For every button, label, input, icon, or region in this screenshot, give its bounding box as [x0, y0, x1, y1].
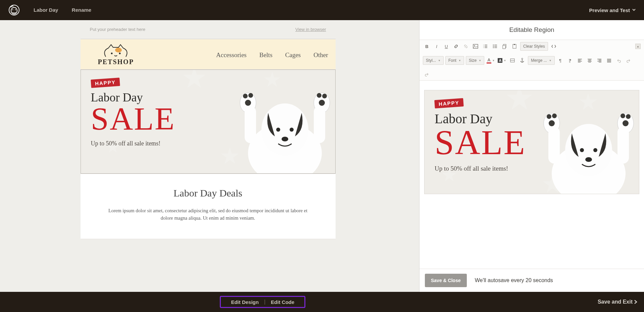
- rename-link[interactable]: Rename: [72, 7, 91, 13]
- save-close-button[interactable]: Save & Close: [425, 274, 467, 287]
- text-color-button[interactable]: A▼: [486, 56, 495, 64]
- numbered-list-button[interactable]: [481, 42, 489, 50]
- nav-cages[interactable]: Cages: [285, 51, 301, 59]
- svg-point-38: [593, 148, 597, 152]
- edit-code-button[interactable]: Edit Code: [265, 299, 300, 305]
- bold-button[interactable]: B: [423, 42, 431, 50]
- align-justify-button[interactable]: [605, 56, 613, 64]
- svg-rect-21: [314, 106, 325, 143]
- svg-point-15: [245, 100, 251, 106]
- edit-design-button[interactable]: Edit Design: [226, 299, 264, 305]
- svg-point-36: [565, 124, 612, 176]
- svg-rect-30: [514, 44, 515, 45]
- svg-point-18: [322, 94, 327, 98]
- svg-rect-28: [503, 45, 505, 49]
- banner-inner: HAPPY Labor Day SALE Up to 50% off all s…: [425, 90, 639, 194]
- workspace: Put your preheader text here View in bro…: [0, 20, 644, 292]
- svg-point-19: [319, 100, 325, 106]
- section-heading[interactable]: Labor Day Deals: [81, 174, 336, 207]
- preheader-bar: Put your preheader text here View in bro…: [81, 20, 336, 39]
- svg-point-45: [621, 114, 625, 118]
- svg-point-47: [623, 120, 629, 126]
- svg-point-33: [522, 58, 523, 59]
- campaign-name-link[interactable]: Labor Day: [34, 7, 58, 13]
- nav-other[interactable]: Other: [313, 51, 328, 59]
- editor-pane: Editable Region B I U Clear Styles ▲ Sty…: [419, 20, 644, 292]
- brand-logo: PETSHOP: [98, 44, 134, 66]
- svg-rect-49: [617, 127, 629, 164]
- chevron-down-icon: [632, 7, 636, 13]
- svg-point-3: [15, 9, 16, 10]
- svg-point-37: [580, 148, 584, 152]
- nav-accessories[interactable]: Accessories: [216, 51, 247, 59]
- autosave-text: We'll autosave every 20 seconds: [475, 277, 553, 283]
- hero-banner[interactable]: HAPPY Labor Day SALE Up to 50% off all s…: [81, 70, 336, 174]
- align-right-button[interactable]: [595, 56, 603, 64]
- svg-point-11: [282, 137, 288, 141]
- svg-point-9: [276, 128, 280, 132]
- view-in-browser-link[interactable]: View in browser: [295, 27, 326, 32]
- chevron-right-icon: [634, 300, 637, 304]
- editor-banner-preview[interactable]: HAPPY Labor Day SALE Up to 50% off all s…: [424, 90, 639, 194]
- ribbon-happy: HAPPY: [91, 78, 120, 88]
- editor-body[interactable]: HAPPY Labor Day SALE Up to 50% off all s…: [419, 81, 644, 269]
- save-bar: Save & Close We'll autosave every 20 sec…: [419, 269, 644, 292]
- unlink-button: [462, 42, 470, 50]
- nav-belts[interactable]: Belts: [259, 51, 273, 59]
- toolbar-collapse-icon[interactable]: ▲: [635, 44, 641, 49]
- size-dropdown[interactable]: Size▼: [466, 56, 484, 65]
- bottom-bar: Edit Design | Edit Code Save and Exit: [0, 292, 644, 312]
- svg-point-4: [111, 53, 113, 54]
- font-dropdown[interactable]: Font▼: [445, 56, 464, 65]
- top-bar: Labor Day Rename Preview and Test: [0, 0, 644, 20]
- redo-button[interactable]: [625, 56, 633, 64]
- merge-tags-dropdown[interactable]: Merge ...▼: [528, 56, 554, 65]
- bg-color-button[interactable]: A▼: [497, 56, 507, 64]
- align-center-button[interactable]: [586, 56, 594, 64]
- email-canvas: PETSHOP Accessories Belts Cages Other: [81, 39, 336, 253]
- underline-button[interactable]: U: [442, 42, 450, 50]
- svg-point-43: [549, 120, 555, 126]
- hero-inner: HAPPY Labor Day SALE Up to 50% off all s…: [81, 70, 335, 173]
- svg-rect-22: [473, 44, 478, 48]
- cat-icon: [99, 44, 133, 57]
- paste-button[interactable]: [510, 42, 518, 50]
- svg-point-46: [626, 114, 631, 119]
- preheader-placeholder[interactable]: Put your preheader text here: [90, 27, 146, 32]
- undo-button[interactable]: [615, 56, 623, 64]
- svg-rect-20: [245, 106, 256, 143]
- svg-point-26: [493, 47, 494, 48]
- editor-toolbar: B I U Clear Styles ▲ Styl...▼ Font▼ Size…: [419, 40, 644, 81]
- preview-scroll[interactable]: Put your preheader text here View in bro…: [5, 20, 411, 292]
- preview-pane: Put your preheader text here View in bro…: [0, 20, 419, 292]
- preview-test-link[interactable]: Preview and Test: [589, 7, 630, 13]
- align-left-button[interactable]: [576, 56, 584, 64]
- styles-dropdown[interactable]: Styl...▼: [423, 56, 444, 65]
- content-wrap: Put your preheader text here View in bro…: [81, 20, 336, 253]
- image-button[interactable]: [472, 42, 480, 50]
- link-button[interactable]: [452, 42, 460, 50]
- source-code-button[interactable]: [550, 42, 558, 50]
- section-text[interactable]: Lorem ipsum dolor sit amet, consectetur …: [81, 207, 336, 239]
- ltr-button[interactable]: ¶: [556, 56, 564, 64]
- dog-image: [535, 103, 639, 194]
- redo-button-2[interactable]: [423, 70, 431, 78]
- ribbon-happy: HAPPY: [434, 98, 463, 108]
- rtl-button[interactable]: ¶: [566, 56, 574, 64]
- svg-point-6: [115, 48, 122, 52]
- italic-button[interactable]: I: [433, 42, 441, 50]
- clear-styles-button[interactable]: Clear Styles: [520, 42, 548, 51]
- bullet-list-button[interactable]: [491, 42, 499, 50]
- mailchimp-logo[interactable]: [8, 4, 20, 16]
- topbar-right-links: Preview and Test: [589, 7, 636, 13]
- save-exit-button[interactable]: Save and Exit: [598, 299, 637, 305]
- svg-point-5: [119, 53, 121, 54]
- anchor-button[interactable]: [518, 56, 526, 64]
- topbar-left-links: Labor Day Rename: [34, 7, 103, 13]
- svg-point-13: [243, 94, 248, 98]
- svg-point-2: [12, 9, 13, 10]
- hr-button[interactable]: [508, 56, 516, 64]
- svg-point-41: [547, 114, 551, 119]
- copy-button[interactable]: [501, 42, 509, 50]
- svg-point-42: [552, 114, 557, 118]
